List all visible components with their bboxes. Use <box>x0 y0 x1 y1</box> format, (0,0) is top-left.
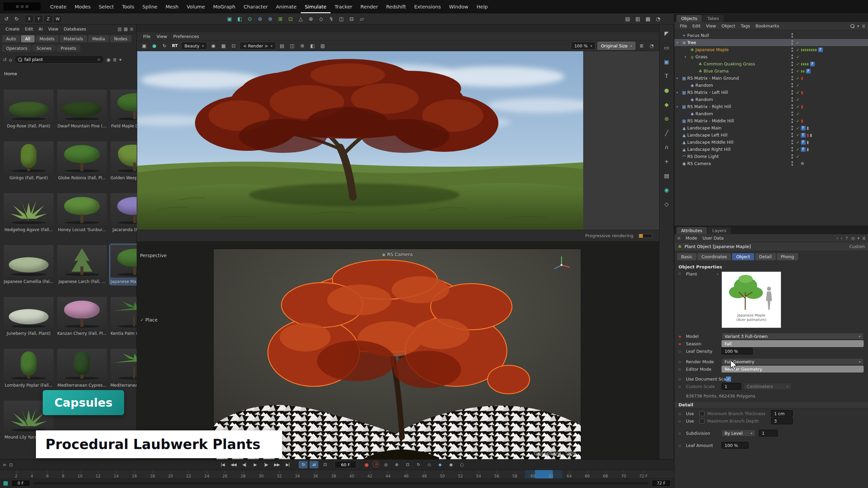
attribute-tab[interactable]: Phong <box>777 253 798 260</box>
filter-tab[interactable]: Materials <box>60 35 87 42</box>
back-icon[interactable]: ↺ <box>3 57 7 62</box>
frame-tick[interactable]: 28 <box>240 471 245 479</box>
enabled-check-icon[interactable]: ✓ <box>795 90 801 95</box>
object-row[interactable]: ▾ ψ Grass ✓ <box>674 53 868 60</box>
attribute-tab[interactable]: Coordinates <box>697 253 731 260</box>
menu-item[interactable]: Extensions <box>410 0 445 13</box>
object-label[interactable]: Grass <box>695 54 708 59</box>
menu-item[interactable]: File <box>140 34 154 39</box>
transport-button[interactable]: ▶▶ <box>272 461 281 468</box>
object-row[interactable]: ♣ Blue Grama ✓ ▮▮ F <box>674 67 868 75</box>
toolbar-button[interactable]: ⊕ <box>306 15 316 23</box>
visibility-dots-icon[interactable] <box>790 104 795 110</box>
object-row[interactable]: ◉ RS Camera ⊞ <box>674 160 868 167</box>
menu-item[interactable]: Bookmarks <box>753 23 782 28</box>
menu-item[interactable]: Redshift <box>382 0 410 13</box>
menu-item[interactable]: View <box>703 23 719 28</box>
visibility-dots-icon[interactable] <box>790 47 795 53</box>
menu-item[interactable]: View <box>45 26 61 32</box>
zoom-dropdown[interactable]: 100 % <box>571 42 596 50</box>
viewport-view-label[interactable]: Perspective <box>140 253 166 258</box>
subdivision-mode-dropdown[interactable]: By Level <box>722 430 755 436</box>
current-frame-field[interactable]: 60 F <box>335 461 356 468</box>
redshift-tag-icon[interactable]: ▮ <box>801 76 803 81</box>
visibility-dots-icon[interactable] <box>790 40 795 46</box>
object-label[interactable]: Landscape Right Hill <box>687 147 731 152</box>
field-tag-badge[interactable]: F <box>806 69 811 74</box>
object-label[interactable]: RS Matrix - Main Ground <box>687 76 739 81</box>
visibility-dots-icon[interactable] <box>790 61 795 67</box>
redshift-tag-icon[interactable]: ▮ <box>801 104 803 109</box>
frame-tick[interactable]: 64 <box>567 471 572 479</box>
toolbar-button[interactable]: ⊡ <box>286 15 295 23</box>
model-dropdown[interactable]: Variant 3 Full-Grown <box>722 333 864 340</box>
toolbar-button[interactable]: ↻ <box>12 15 21 23</box>
layout-button[interactable]: ◔ <box>653 15 663 23</box>
custom-dropdown[interactable]: Custom <box>849 244 865 249</box>
perspective-viewport[interactable]: ◉ RS Camera Grid Spacing : 5000 Perspect… <box>137 241 659 459</box>
menu-item[interactable]: Help <box>472 0 492 13</box>
category-tab[interactable]: Scenes <box>32 45 56 52</box>
frame-tick[interactable]: 32 <box>277 471 282 479</box>
search-icon[interactable] <box>850 24 854 28</box>
keyframe-dot-icon[interactable] <box>678 342 686 346</box>
rail-tool-button[interactable]: ▣ <box>661 57 672 67</box>
transport-button[interactable]: |◀ <box>218 461 227 468</box>
object-label[interactable]: RS Matrix - Right Hill <box>687 104 731 109</box>
toolbar-button[interactable]: ⊚ <box>255 15 265 23</box>
snapshot-icon[interactable]: ◧ <box>309 42 317 50</box>
texture-tag-icon[interactable]: ▮ <box>807 140 809 145</box>
enabled-check-icon[interactable]: ✓ <box>795 147 801 152</box>
field-tag-badge[interactable]: F <box>801 140 806 145</box>
record-button[interactable]: ● <box>362 461 371 468</box>
frame-tick[interactable]: 8 <box>62 471 64 479</box>
menu-item[interactable]: MoGraph <box>209 0 239 13</box>
object-label[interactable]: Common Quaking Grass <box>704 61 755 66</box>
rail-tool-button[interactable]: ◤ <box>661 28 672 38</box>
visibility-dots-icon[interactable] <box>790 125 795 131</box>
view-icon[interactable]: ▤ <box>118 26 122 32</box>
enabled-check-icon[interactable]: ✓ <box>795 126 801 130</box>
subdivision-level-field[interactable]: 1 <box>759 430 778 436</box>
tab-attributes[interactable]: Attributes <box>676 227 707 234</box>
object-label[interactable]: Landscape Middle Hill <box>687 140 733 145</box>
filter-tab[interactable]: All <box>21 35 35 42</box>
rail-tool-button[interactable]: ⊛ <box>661 114 672 124</box>
snapshot-icon[interactable]: ▥ <box>319 42 327 50</box>
expand-caret-icon[interactable]: ▾ <box>676 91 681 94</box>
redshift-tag-icon[interactable]: ▮ <box>801 90 803 95</box>
keyframe-dot-icon[interactable] <box>678 334 686 338</box>
transport-button[interactable]: ◀| <box>240 461 249 468</box>
keyframe-dot-icon[interactable] <box>678 385 686 388</box>
max-branch-field[interactable]: 3 <box>771 418 793 424</box>
home-icon[interactable]: ⌂ <box>9 57 12 62</box>
chevron-right-icon[interactable]: › <box>717 271 722 330</box>
menu-item[interactable]: Render <box>356 0 382 13</box>
object-label[interactable]: Random <box>695 83 713 88</box>
rail-tool-button[interactable]: ◆ <box>661 99 672 109</box>
field-tag-badge[interactable]: F <box>818 47 823 52</box>
object-label[interactable]: Random <box>695 97 713 102</box>
menu-item[interactable]: Animate <box>272 0 301 13</box>
object-row[interactable]: ▲ Landscape Left Hill ✓ F ▮ ▮ <box>674 131 868 139</box>
rail-tool-button[interactable]: ╱ <box>661 128 672 138</box>
range-start-field[interactable]: 0 F <box>11 480 30 487</box>
rail-tool-button[interactable]: ◉ <box>661 185 672 195</box>
menu-item[interactable]: Tools <box>118 0 138 13</box>
enabled-check-icon[interactable]: ✓ <box>795 119 801 123</box>
visibility-dots-icon[interactable] <box>790 68 795 74</box>
asset-item[interactable]: Juneberry (Fall, Plant) <box>3 296 55 337</box>
menu-item[interactable]: User Data <box>700 236 726 241</box>
panel-icon[interactable]: › <box>841 236 843 241</box>
category-tab[interactable]: Operators <box>2 45 31 52</box>
range-end-field[interactable]: 72 F <box>652 480 671 487</box>
object-row[interactable]: ♣ Japanese Maple ✓ ▮▮▮▮▮▮▮▮ F <box>674 46 868 53</box>
playback-mode-button[interactable]: ↻ <box>299 461 308 468</box>
record-button[interactable]: ◇ <box>425 461 433 468</box>
asset-item[interactable]: Hedgehog Agave (Fall... <box>3 192 55 233</box>
min-branch-checkbox[interactable] <box>699 411 705 416</box>
frame-tick[interactable]: 12 <box>96 471 101 479</box>
axis-lock-button[interactable]: Y <box>34 15 43 23</box>
timeline-icon[interactable]: ⊡ <box>9 462 13 467</box>
frame-tick[interactable]: 6 <box>46 471 48 479</box>
